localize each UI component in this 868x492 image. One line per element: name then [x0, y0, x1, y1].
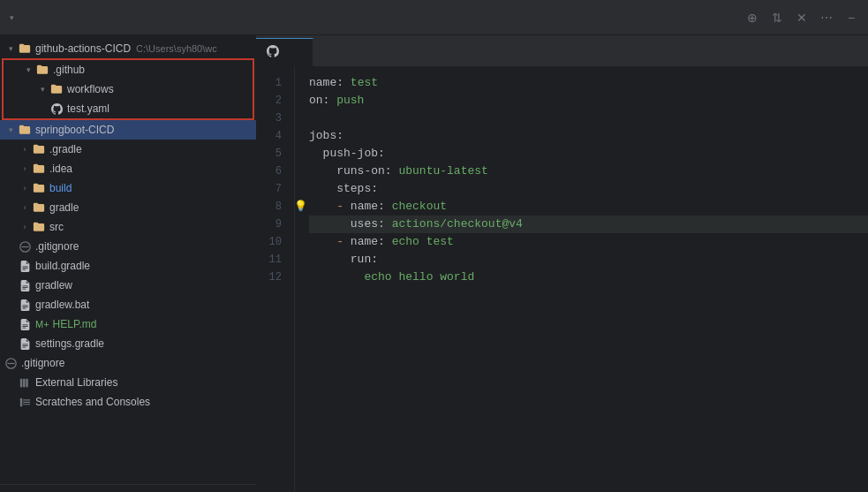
code-line-10: - name: echo test — [309, 233, 868, 251]
line-number-11: 11 — [256, 251, 287, 269]
tree-item-workflows[interactable]: ▾ workflows — [4, 79, 253, 99]
svg-rect-4 — [19, 378, 21, 387]
scratch-icon-scratches — [18, 395, 32, 409]
svg-rect-7 — [19, 397, 21, 406]
tree-label-settings-gradle: settings.gradle — [35, 337, 104, 350]
tree-item-ext-libs[interactable]: External Libraries — [0, 373, 256, 392]
tab-github-icon — [267, 45, 279, 60]
expand-icon-workflows: ▾ — [35, 82, 49, 96]
tree-label-gradle-dir2: gradle — [49, 201, 79, 214]
globe-button[interactable]: ⊕ — [743, 8, 762, 27]
file-icon-build-gradle — [18, 259, 32, 273]
tree-item-idea-dir[interactable]: › .idea — [0, 159, 256, 178]
editor-area: 123456789101112 name: teston: pushjobs: … — [256, 35, 868, 492]
tree-label-scratches: Scratches and Consoles — [35, 396, 150, 408]
line-number-12: 12 — [256, 269, 287, 286]
tree-label-src-dir: src — [49, 221, 64, 233]
code-line-3 — [309, 110, 868, 127]
code-line-11: run: — [309, 251, 868, 269]
tree-item-gitignore-file[interactable]: .gitignore — [0, 237, 256, 256]
sidebar: ▾ github-actions-CICD C:\Users\syh80\wc▾… — [0, 35, 256, 492]
line-number-10: 10 — [256, 233, 287, 251]
expand-icon-springboot-cicd: ▾ — [4, 123, 18, 137]
line-number-1: 1 — [256, 74, 287, 92]
folder-icon-springboot-cicd — [18, 123, 32, 137]
line-number-8: 8 — [256, 198, 287, 216]
tree-item-github[interactable]: ▾ .github — [4, 60, 253, 79]
line-number-6: 6 — [256, 163, 287, 180]
updown-button[interactable]: ⇅ — [767, 8, 787, 27]
tree-item-springboot-cicd[interactable]: ▾ springboot-CICD — [0, 120, 256, 140]
expand-icon-gradle-dir: › — [18, 142, 32, 156]
expand-icon-root: ▾ — [4, 42, 18, 56]
line-number-7: 7 — [256, 180, 287, 198]
minimize-button[interactable]: − — [842, 8, 861, 27]
file-icon-gradlew-bat — [18, 298, 32, 312]
expand-icon-scratches — [4, 395, 18, 409]
folder-icon-src-dir — [32, 220, 46, 234]
project-dropdown[interactable]: ▾ — [7, 13, 14, 22]
tree-label-root-gitignore: .gitignore — [21, 357, 64, 369]
tree-item-root-gitignore[interactable]: .gitignore — [0, 353, 256, 373]
tree-label-root: github-actions-CICD — [35, 42, 131, 55]
more-button[interactable]: ⋯ — [817, 8, 836, 27]
expand-icon-github: ▾ — [21, 63, 35, 77]
folder-icon-gradle-dir — [32, 142, 46, 156]
tree-label-gradle-dir: .gradle — [49, 143, 82, 155]
expand-icon-ext-libs — [4, 375, 18, 390]
line-number-9: 9 — [256, 216, 287, 233]
folder-icon-build-dir — [32, 181, 46, 195]
folder-icon-root — [18, 42, 32, 56]
folder-icon-gradle-dir2 — [32, 201, 46, 215]
tree-label-github: .github — [53, 64, 85, 76]
tree-item-help-md[interactable]: M+ HELP.md — [0, 314, 256, 334]
svg-rect-10 — [23, 404, 30, 405]
close-panel-button[interactable]: ✕ — [792, 8, 811, 27]
tree-label-ext-libs: External Libraries — [35, 376, 117, 389]
tree-item-gradle-dir[interactable]: › .gradle — [0, 140, 256, 159]
tree-label-build-dir: build — [49, 182, 72, 194]
code-line-5: push-job: — [309, 145, 868, 163]
tab-close-button[interactable] — [290, 47, 302, 59]
line-number-2: 2 — [256, 92, 287, 110]
tree-label-gradlew: gradlew — [35, 279, 72, 291]
tree-item-src-dir[interactable]: › src — [0, 217, 256, 237]
tree-item-build-gradle[interactable]: build.gradle — [0, 256, 256, 276]
code-content[interactable]: name: teston: pushjobs: push-job: runs-o… — [295, 67, 868, 492]
tree-item-gradlew-bat[interactable]: gradlew.bat — [0, 295, 256, 314]
tree-label-gitignore-file: .gitignore — [35, 240, 79, 253]
code-line-1: name: test — [309, 74, 868, 92]
tab-test-yaml[interactable] — [256, 38, 313, 66]
line-number-3: 3 — [256, 110, 287, 127]
project-tree: ▾ github-actions-CICD C:\Users\syh80\wc▾… — [0, 35, 256, 484]
line-number-4: 4 — [256, 127, 287, 145]
title-bar: ▾ ⊕ ⇅ ✕ ⋯ − — [0, 0, 868, 35]
title-bar-actions: ⊕ ⇅ ✕ ⋯ − — [743, 8, 861, 27]
expand-icon-src-dir: › — [18, 220, 32, 234]
tree-label-idea-dir: .idea — [49, 163, 72, 175]
project-title-section: ▾ — [7, 13, 14, 22]
file-icon-gradlew — [18, 278, 32, 292]
tree-item-build-dir[interactable]: › build — [0, 178, 256, 198]
tree-item-root[interactable]: ▾ github-actions-CICD C:\Users\syh80\wc — [0, 39, 256, 58]
github-file-icon-test-yaml — [49, 102, 64, 116]
libs-icon-ext-libs — [18, 375, 32, 390]
tree-item-settings-gradle[interactable]: settings.gradle — [0, 334, 256, 353]
tree-item-scratches[interactable]: Scratches and Consoles — [0, 392, 256, 412]
code-editor[interactable]: 123456789101112 name: teston: pushjobs: … — [256, 67, 868, 492]
tree-item-gradlew[interactable]: gradlew — [0, 276, 256, 295]
folder-icon-workflows — [49, 82, 64, 96]
tree-label-build-gradle: build.gradle — [35, 260, 90, 272]
code-line-12: echo hello world — [309, 269, 868, 286]
no-icon-gitignore-file — [18, 239, 32, 254]
expand-icon-gradle-dir2: › — [18, 201, 32, 215]
sidebar-bottom — [0, 484, 256, 492]
tree-item-test-yaml[interactable]: test.yaml — [4, 99, 253, 118]
tree-item-gradle-dir2[interactable]: › gradle — [0, 198, 256, 217]
root-path-label: C:\Users\syh80\wc — [136, 43, 217, 54]
svg-rect-5 — [23, 378, 25, 387]
svg-rect-6 — [26, 378, 27, 387]
svg-rect-9 — [23, 401, 30, 402]
folder-icon-github — [35, 63, 49, 77]
github-highlight-box: ▾ .github▾ workflows test.yaml — [2, 58, 254, 120]
